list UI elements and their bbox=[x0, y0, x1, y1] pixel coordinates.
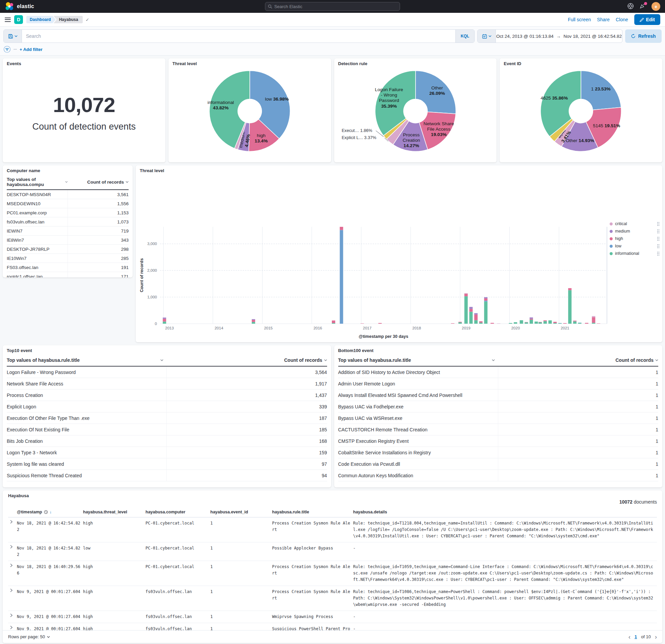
bar-segment-high[interactable] bbox=[340, 227, 343, 230]
cell-value[interactable]: Addition of SID History to Active Direct… bbox=[338, 366, 498, 378]
next-page-icon[interactable]: › bbox=[655, 634, 657, 640]
bar-segment-informational[interactable] bbox=[469, 312, 473, 324]
cell-count[interactable]: 168 bbox=[167, 435, 327, 447]
column-header-threat-level[interactable]: hayabusa.threat_level bbox=[83, 510, 146, 514]
bar-segment-informational[interactable] bbox=[578, 323, 581, 324]
cell-count[interactable]: 1 bbox=[498, 378, 658, 389]
bar-segment-informational[interactable] bbox=[592, 323, 595, 324]
sort-descending-icon[interactable]: ↓ bbox=[50, 510, 52, 514]
cell-count[interactable]: 94 bbox=[167, 470, 327, 481]
cell-value[interactable]: Logon Failure - Wrong Password bbox=[7, 366, 167, 378]
chevron-down-icon[interactable] bbox=[126, 181, 129, 183]
column-header-details[interactable]: hayabusa.details bbox=[353, 510, 657, 514]
bar-segment-high[interactable] bbox=[464, 293, 468, 296]
bar-segment-high[interactable] bbox=[525, 322, 528, 322]
add-filter-button[interactable]: + Add filter bbox=[20, 47, 42, 52]
cell-value[interactable]: IE10Win7 bbox=[7, 254, 68, 263]
cell-count[interactable]: 1,437 bbox=[167, 390, 327, 401]
bar-segment-high[interactable] bbox=[568, 288, 571, 290]
chevron-down-icon[interactable] bbox=[324, 359, 327, 361]
expand-document-icon[interactable] bbox=[9, 545, 14, 550]
share-button[interactable]: Share bbox=[597, 17, 610, 22]
cell-value[interactable]: rootdc1.offsec.lan bbox=[7, 272, 68, 278]
expand-document-icon[interactable] bbox=[9, 563, 14, 569]
legend-item-low[interactable]: low bbox=[610, 244, 660, 248]
column-header-rule-title[interactable]: hayabusa.rule.title bbox=[272, 510, 353, 514]
expand-document-icon[interactable] bbox=[9, 519, 14, 525]
date-range-start[interactable]: Oct 24, 2013 @ 01:16:13.84 bbox=[496, 34, 554, 39]
drag-handle-icon[interactable] bbox=[657, 229, 660, 233]
cell-count[interactable]: 1 bbox=[498, 366, 658, 378]
bar-segment-informational[interactable] bbox=[484, 302, 488, 324]
cell-value[interactable]: fs03vuln.offsec.lan bbox=[7, 217, 68, 226]
bar-segment-high[interactable] bbox=[252, 320, 255, 322]
bar-segment-high[interactable] bbox=[564, 323, 567, 324]
bar-segment-high[interactable] bbox=[332, 321, 335, 323]
bar-segment-informational[interactable] bbox=[163, 322, 166, 324]
menu-icon[interactable] bbox=[5, 18, 11, 22]
bar-segment-medium[interactable] bbox=[474, 313, 478, 315]
kql-toggle-button[interactable]: KQL bbox=[455, 30, 474, 42]
cell-value[interactable]: Always Install Elevated MSI Spawned Cmd … bbox=[338, 390, 498, 401]
cell-count[interactable]: 1 bbox=[498, 401, 658, 412]
bar-segment-informational[interactable] bbox=[544, 321, 547, 324]
legend-item-high[interactable]: high bbox=[610, 236, 660, 241]
bar-segment-high[interactable] bbox=[592, 317, 595, 323]
cell-value[interactable]: IE8Win7 bbox=[7, 235, 68, 244]
threat-level-bar-chart[interactable]: 20132014201520162017201820192020202101,0… bbox=[138, 225, 610, 341]
cell-count[interactable]: 187 bbox=[167, 413, 327, 423]
cell-value[interactable]: Network Share File Access bbox=[7, 378, 167, 389]
bar-segment-informational[interactable] bbox=[458, 322, 462, 324]
cell-count[interactable]: 343 bbox=[68, 235, 129, 244]
cell-count[interactable]: 1,153 bbox=[68, 208, 129, 217]
bar-segment-high[interactable] bbox=[163, 319, 166, 321]
bar-segment-high[interactable] bbox=[491, 323, 494, 324]
edit-button[interactable]: Edit bbox=[634, 14, 660, 25]
cell-value[interactable]: Execution Of Other File Type Than .exe bbox=[7, 413, 167, 423]
drag-handle-icon[interactable] bbox=[657, 222, 660, 226]
breadcrumb-dashboard[interactable]: Dashboard bbox=[26, 16, 56, 23]
bar-segment-informational[interactable] bbox=[514, 322, 517, 324]
bar-segment-medium[interactable] bbox=[163, 318, 166, 319]
bar-segment-high[interactable] bbox=[585, 323, 588, 324]
bar-segment-high[interactable] bbox=[378, 323, 382, 324]
bar-segment-high[interactable] bbox=[538, 322, 542, 322]
bar-segment-critical[interactable] bbox=[497, 323, 500, 324]
chevron-down-icon[interactable] bbox=[160, 359, 164, 361]
bar-segment-informational[interactable] bbox=[558, 323, 562, 324]
full-screen-button[interactable]: Full screen bbox=[568, 17, 591, 22]
dashboard-app-tile[interactable]: D bbox=[14, 15, 23, 24]
bar-segment-informational[interactable] bbox=[464, 296, 468, 324]
bar-segment-high[interactable] bbox=[544, 320, 547, 321]
bar-segment-high[interactable] bbox=[479, 321, 483, 323]
chevron-down-icon[interactable] bbox=[65, 181, 68, 183]
cell-count[interactable]: 3,561 bbox=[68, 190, 129, 199]
bar-segment-informational[interactable] bbox=[252, 322, 255, 324]
bar-segment-medium[interactable] bbox=[530, 317, 533, 319]
expand-document-icon[interactable] bbox=[9, 588, 14, 594]
bar-segment-informational[interactable] bbox=[479, 323, 483, 324]
refresh-button[interactable]: Refresh bbox=[625, 30, 662, 43]
cell-count[interactable]: 159 bbox=[167, 447, 327, 458]
cell-count[interactable]: 298 bbox=[68, 245, 129, 253]
column-header-count[interactable]: Count of records bbox=[615, 357, 653, 363]
cell-value[interactable]: System log file was cleared bbox=[7, 458, 167, 470]
bar-segment-medium[interactable] bbox=[484, 297, 488, 299]
bar-segment-high[interactable] bbox=[530, 319, 533, 320]
cell-value[interactable]: MSEDGEWIN10 bbox=[7, 199, 68, 208]
breadcrumb-check-icon[interactable]: ✓ bbox=[86, 17, 89, 22]
legend-item-medium[interactable]: medium bbox=[610, 229, 660, 233]
cell-count[interactable]: 1 bbox=[498, 458, 658, 470]
cell-count[interactable]: 1,073 bbox=[68, 217, 129, 226]
global-search[interactable] bbox=[265, 2, 400, 11]
bar-segment-high[interactable] bbox=[469, 309, 473, 311]
cell-count[interactable]: 171 bbox=[68, 272, 129, 278]
bar-segment-critical[interactable] bbox=[592, 316, 595, 318]
bar-segment-medium[interactable] bbox=[469, 307, 473, 309]
chevron-down-icon[interactable] bbox=[655, 359, 658, 361]
detection-rule-donut-chart[interactable]: Other26.09%Network ShareFile Access19.03… bbox=[338, 66, 493, 155]
date-range-end[interactable]: Nov 18, 2021 @ 16:42:54.82 bbox=[564, 34, 622, 39]
column-header-computer[interactable]: Top values of hayabusa.compu bbox=[7, 177, 63, 187]
bar-segment-informational[interactable] bbox=[332, 323, 335, 324]
expand-document-icon[interactable] bbox=[9, 613, 14, 619]
